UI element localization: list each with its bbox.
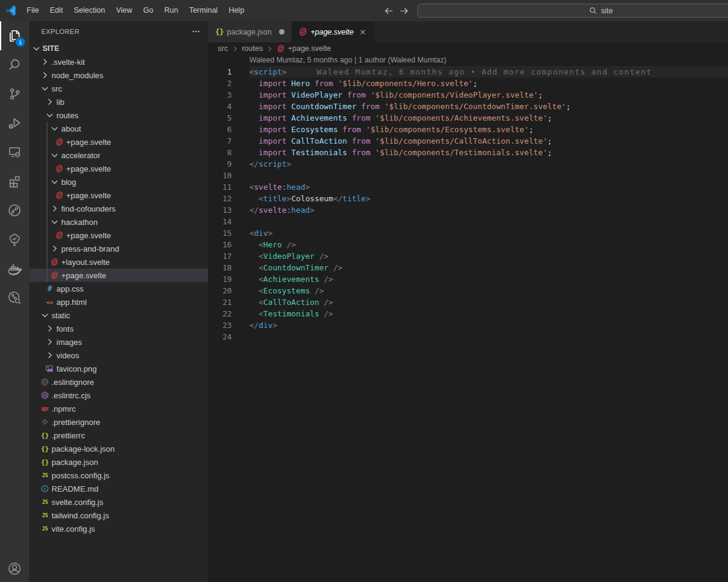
code-line-10: 10 <box>208 170 728 181</box>
nav-forward-icon[interactable] <box>399 6 409 16</box>
tree-item-tailwind.config.js[interactable]: JStailwind.config.js <box>29 509 208 522</box>
modified-dot-icon[interactable] <box>279 29 285 35</box>
tree-item-.npmrc[interactable]: .npmrc <box>29 402 208 415</box>
menu-edit[interactable]: Edit <box>44 0 69 21</box>
tree-item-+page.svelte[interactable]: +page.svelte <box>29 135 208 149</box>
tree-item-vite.config.js[interactable]: JSvite.config.js <box>29 522 208 535</box>
tree-item-app.css[interactable]: #app.css <box>29 282 208 295</box>
tree-item-hackathon[interactable]: hackathon <box>29 215 208 229</box>
todo-tree-icon <box>7 232 22 247</box>
search-icon <box>588 6 598 15</box>
chevron-right-icon <box>40 57 50 67</box>
tree-item-svelte.config.js[interactable]: JSsvelte.config.js <box>29 495 208 509</box>
chevron-down-icon <box>50 177 59 187</box>
tree-item-accelerator[interactable]: accelerator <box>29 149 208 162</box>
tree-item-.eslintignore[interactable]: .eslintignore <box>29 375 208 389</box>
tab-package.json[interactable]: {} package.json <box>208 21 292 42</box>
editor-group: {} package.json +page.svelte src routes … <box>208 21 728 582</box>
tree-item-app.html[interactable]: <>app.html <box>29 295 208 309</box>
eslint-file-icon <box>40 377 50 387</box>
tree-item-.prettierrc[interactable]: {}.prettierrc <box>29 429 208 442</box>
tree-item-postcss.config.js[interactable]: JSpostcss.config.js <box>29 469 208 482</box>
explorer-sidebar: EXPLORER SITE .svelte-kit node_modules s… <box>29 21 208 582</box>
activitybar-todo-tree[interactable] <box>0 225 29 254</box>
tree-item-press-and-brand[interactable]: press-and-brand <box>29 242 208 255</box>
menu-file[interactable]: File <box>21 0 44 21</box>
badge: 1 <box>15 37 25 47</box>
tree-item-blog[interactable]: blog <box>29 175 208 189</box>
command-center-search[interactable]: site <box>417 4 728 18</box>
tree-item-static[interactable]: static <box>29 309 208 322</box>
codelens-blame[interactable]: Waleed Mumtaz, 5 months ago | 1 author (… <box>208 55 728 66</box>
breadcrumbs: src routes +page.svelte <box>208 42 728 55</box>
tree-item-+page.svelte[interactable]: +page.svelte <box>29 162 208 175</box>
tree-item-routes[interactable]: routes <box>29 109 208 122</box>
chevron-right-icon <box>45 350 55 360</box>
tree-item-lib[interactable]: lib <box>29 95 208 109</box>
tree-item-README.md[interactable]: README.md <box>29 482 208 495</box>
chevron-down-icon <box>40 84 50 93</box>
chevron-right-icon <box>50 244 59 253</box>
activitybar-git-graph[interactable] <box>0 196 29 225</box>
activitybar-run-debug[interactable] <box>0 109 29 138</box>
tree-item-node_modules[interactable]: node_modules <box>29 69 208 82</box>
vscode-logo-icon <box>0 0 21 21</box>
code-line-5: 5 import Achievements from '$lib/compone… <box>208 112 728 124</box>
tree-item-+layout.svelte[interactable]: +layout.svelte <box>29 255 208 269</box>
inline-blame: Waleed Mumtaz, 6 months ago • Add more c… <box>317 66 652 78</box>
activitybar-explorer[interactable]: 1 <box>0 21 29 50</box>
svelte-file-icon <box>55 230 64 240</box>
code-editor[interactable]: Waleed Mumtaz, 5 months ago | 1 author (… <box>208 55 728 582</box>
menu-go[interactable]: Go <box>138 0 159 21</box>
close-tab-icon[interactable] <box>358 26 368 38</box>
code-line-14: 14 <box>208 216 728 227</box>
breadcrumb-src[interactable]: src <box>218 44 228 53</box>
chevron-right-icon <box>45 324 55 333</box>
chevron-down-icon <box>50 124 59 133</box>
breadcrumb-+page.svelte[interactable]: +page.svelte <box>277 44 331 53</box>
json-file-icon: {} <box>215 27 224 37</box>
activitybar-remote-explorer[interactable] <box>0 138 29 167</box>
nav-back-icon[interactable] <box>384 6 394 16</box>
activitybar-search[interactable] <box>0 50 29 79</box>
tree-item-src[interactable]: src <box>29 82 208 95</box>
activitybar-source-control[interactable] <box>0 79 29 109</box>
code-line-20: 20 <Ecosystems /> <box>208 285 728 296</box>
tree-item-about[interactable]: about <box>29 122 208 135</box>
vscode-window: FileEditSelectionViewGoRunTerminalHelp s… <box>0 0 728 582</box>
tree-item-favicon.png[interactable]: favicon.png <box>29 362 208 375</box>
menu-terminal[interactable]: Terminal <box>184 0 223 21</box>
menu-selection[interactable]: Selection <box>69 0 110 21</box>
tree-item-images[interactable]: images <box>29 335 208 349</box>
tree-item-SITE[interactable]: SITE <box>29 42 208 55</box>
html-file-icon: <> <box>45 297 55 307</box>
sidebar-title: EXPLORER <box>41 28 79 35</box>
tab-+page.svelte[interactable]: +page.svelte <box>292 21 375 42</box>
breadcrumb-routes[interactable]: routes <box>242 44 263 53</box>
menu-view[interactable]: View <box>110 0 138 21</box>
tree-item-.eslintrc.cjs[interactable]: .eslintrc.cjs <box>29 389 208 402</box>
tree-item-.prettierignore[interactable]: .prettierignore <box>29 415 208 429</box>
remote-explorer-icon <box>7 145 22 159</box>
tree-item-package.json[interactable]: {}package.json <box>29 455 208 469</box>
activitybar-extensions[interactable] <box>0 167 29 196</box>
activitybar-git-history[interactable] <box>0 283 29 312</box>
tree-item-+page.svelte[interactable]: +page.svelte <box>29 269 208 282</box>
tree-item-+page.svelte[interactable]: +page.svelte <box>29 189 208 202</box>
menu-help[interactable]: Help <box>223 0 250 21</box>
code-line-3: 3 import VideoPlayer from '$lib/componen… <box>208 89 728 101</box>
chevron-right-icon <box>45 337 55 347</box>
tree-item-package-lock.json[interactable]: {}package-lock.json <box>29 442 208 455</box>
activitybar-account[interactable] <box>0 555 29 582</box>
explorer-more-actions-icon[interactable] <box>191 27 201 36</box>
tree-item-fonts[interactable]: fonts <box>29 322 208 335</box>
tree-item-.svelte-kit[interactable]: .svelte-kit <box>29 55 208 69</box>
tree-item-find-cofounders[interactable]: find-cofounders <box>29 202 208 215</box>
menu-run[interactable]: Run <box>159 0 184 21</box>
code-line-21: 21 <CallToAction /> <box>208 296 728 308</box>
tree-item-+page.svelte[interactable]: +page.svelte <box>29 229 208 242</box>
svelte-file-icon <box>50 257 59 267</box>
activitybar-docker[interactable] <box>0 254 29 283</box>
title-bar: FileEditSelectionViewGoRunTerminalHelp s… <box>0 0 728 21</box>
tree-item-videos[interactable]: videos <box>29 349 208 362</box>
